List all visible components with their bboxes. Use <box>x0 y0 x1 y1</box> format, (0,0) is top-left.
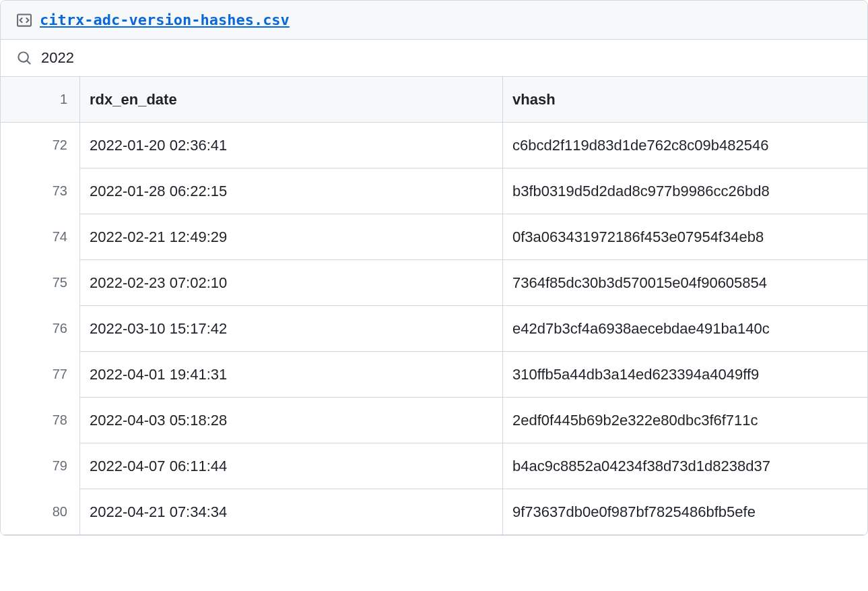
csv-table: 1 72 73 74 75 76 77 78 79 80 rdx_en_date… <box>1 77 867 535</box>
code-file-icon <box>17 13 32 28</box>
column-header-date[interactable]: rdx_en_date <box>80 77 502 123</box>
line-number[interactable]: 79 <box>1 443 79 489</box>
line-number[interactable]: 78 <box>1 398 79 443</box>
cell-date: 2022-04-03 05:18:28 <box>80 398 502 443</box>
cell-hash: b4ac9c8852a04234f38d73d1d8238d37 <box>503 443 867 489</box>
file-view-panel: citrx-adc-version-hashes.csv 1 72 73 74 … <box>0 0 868 536</box>
cell-hash: 0f3a063431972186f453e07954f34eb8 <box>503 214 867 260</box>
cell-hash: 2edf0f445b69b2e322e80dbc3f6f711c <box>503 398 867 443</box>
cell-hash: e42d7b3cf4a6938aecebdae491ba140c <box>503 306 867 352</box>
file-name-link[interactable]: citrx-adc-version-hashes.csv <box>40 11 290 28</box>
line-number[interactable]: 75 <box>1 260 79 306</box>
line-number[interactable]: 77 <box>1 352 79 398</box>
file-header: citrx-adc-version-hashes.csv <box>1 1 867 40</box>
cell-hash: c6bcd2f119d83d1de762c8c09b482546 <box>503 123 867 168</box>
cell-date: 2022-04-21 07:34:34 <box>80 489 502 535</box>
line-number[interactable]: 76 <box>1 306 79 352</box>
column-vhash: vhash c6bcd2f119d83d1de762c8c09b482546 b… <box>503 77 867 535</box>
line-number[interactable]: 74 <box>1 214 79 260</box>
cell-date: 2022-01-20 02:36:41 <box>80 123 502 168</box>
cell-hash: 310ffb5a44db3a14ed623394a4049ff9 <box>503 352 867 398</box>
line-number[interactable]: 80 <box>1 489 79 535</box>
column-rdx-en-date: rdx_en_date 2022-01-20 02:36:41 2022-01-… <box>80 77 503 535</box>
search-input[interactable] <box>41 49 851 67</box>
search-bar <box>1 40 867 77</box>
data-columns: rdx_en_date 2022-01-20 02:36:41 2022-01-… <box>80 77 867 535</box>
cell-date: 2022-02-21 12:49:29 <box>80 214 502 260</box>
cell-hash: b3fb0319d5d2dad8c977b9986cc26bd8 <box>503 168 867 214</box>
cell-date: 2022-04-01 19:41:31 <box>80 352 502 398</box>
line-number-gutter: 1 72 73 74 75 76 77 78 79 80 <box>1 77 80 535</box>
header-line-number: 1 <box>1 77 79 123</box>
cell-hash: 7364f85dc30b3d570015e04f90605854 <box>503 260 867 306</box>
line-number[interactable]: 73 <box>1 168 79 214</box>
cell-date: 2022-03-10 15:17:42 <box>80 306 502 352</box>
search-icon <box>17 51 32 65</box>
column-header-hash[interactable]: vhash <box>503 77 867 123</box>
cell-date: 2022-01-28 06:22:15 <box>80 168 502 214</box>
line-number[interactable]: 72 <box>1 123 79 168</box>
cell-hash: 9f73637db0e0f987bf7825486bfb5efe <box>503 489 867 535</box>
cell-date: 2022-04-07 06:11:44 <box>80 443 502 489</box>
cell-date: 2022-02-23 07:02:10 <box>80 260 502 306</box>
